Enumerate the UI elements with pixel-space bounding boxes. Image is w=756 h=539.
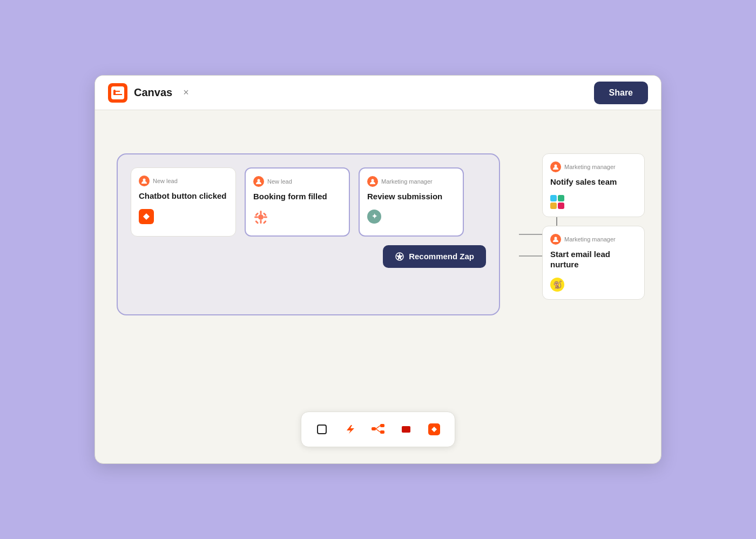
card-title-3: Review submission — [367, 191, 455, 202]
share-button[interactable]: Share — [594, 82, 648, 104]
titlebar-left: Canvas × — [108, 83, 193, 103]
right-cards: Marketing manager Notify sales team — [542, 153, 645, 300]
group-container: New lead Chatbot button clicked — [117, 153, 500, 315]
svg-rect-13 — [263, 212, 267, 216]
right-card-role-2: Marketing manager — [564, 236, 616, 242]
right-card-header-2: Marketing manager — [550, 234, 637, 245]
recommend-zap-label: Recommend Zap — [409, 252, 474, 261]
right-avatar-2 — [550, 234, 561, 245]
svg-rect-24 — [402, 426, 410, 433]
slack-card-icon — [550, 195, 637, 209]
rect-icon — [400, 423, 412, 435]
right-card-header-1: Marketing manager — [550, 161, 637, 172]
svg-rect-11 — [264, 216, 267, 218]
canvas-area: New lead Chatbot button clicked — [95, 110, 661, 463]
right-card-role-1: Marketing manager — [564, 164, 616, 170]
titlebar: Canvas × Share — [95, 76, 661, 110]
zapier-icon — [428, 423, 440, 435]
card-chatbot[interactable]: New lead Chatbot button clicked — [131, 167, 236, 237]
chatgpt-card-icon: ✦ — [367, 210, 455, 224]
svg-rect-22 — [380, 424, 384, 427]
svg-point-6 — [258, 179, 260, 182]
svg-rect-14 — [255, 220, 259, 224]
card-header-2: New lead — [253, 176, 341, 187]
cards-row: New lead Chatbot button clicked — [131, 167, 486, 237]
bottom-toolbar — [301, 412, 455, 447]
svg-rect-23 — [380, 430, 384, 434]
card-title-1: Chatbot button clicked — [139, 191, 228, 201]
zapier-tool-button[interactable] — [422, 417, 446, 441]
recommend-zap-button[interactable]: Recommend Zap — [383, 245, 486, 268]
svg-rect-10 — [254, 216, 258, 218]
svg-rect-2 — [113, 90, 116, 95]
flow-icon — [371, 423, 385, 435]
right-card-notify[interactable]: Marketing manager Notify sales team — [542, 153, 645, 217]
shape-tool-button[interactable] — [310, 417, 334, 441]
mailchimp-card-icon: 🐒 — [550, 278, 637, 292]
card-header-3: Marketing manager — [367, 176, 455, 187]
recommend-icon — [395, 252, 404, 261]
close-button[interactable]: × — [179, 85, 193, 100]
right-card-email[interactable]: Marketing manager Start email lead nurtu… — [542, 226, 645, 300]
right-avatar-1 — [550, 161, 561, 172]
card-booking[interactable]: New lead Booking form filled — [245, 167, 350, 237]
card-header-1: New lead — [139, 176, 228, 186]
hubspot-card-icon — [253, 210, 341, 228]
svg-point-18 — [555, 165, 557, 167]
zapier-card-icon — [139, 209, 228, 227]
zap-tool-button[interactable] — [338, 417, 362, 441]
svg-point-4 — [143, 179, 146, 181]
svg-rect-20 — [318, 425, 326, 434]
main-window: Canvas × Share — [94, 75, 662, 464]
card-role-3: Marketing manager — [381, 178, 433, 185]
flow-tool-button[interactable] — [366, 417, 390, 441]
svg-point-19 — [555, 237, 557, 239]
card-role-2: New lead — [267, 178, 292, 185]
rect-tool-button[interactable] — [394, 417, 418, 441]
svg-rect-15 — [263, 220, 267, 224]
card-role-1: New lead — [153, 178, 178, 184]
avatar-1 — [139, 176, 150, 186]
svg-point-16 — [372, 179, 374, 182]
svg-rect-1 — [111, 86, 124, 99]
svg-rect-8 — [260, 211, 262, 214]
card-title-2: Booking form filled — [253, 191, 341, 202]
zap-icon — [344, 423, 356, 435]
right-card-title-1: Notify sales team — [550, 177, 637, 187]
app-title: Canvas — [134, 86, 172, 99]
svg-rect-21 — [372, 427, 376, 430]
right-card-title-2: Start email lead nurture — [550, 249, 637, 270]
svg-rect-9 — [260, 220, 262, 224]
card-review[interactable]: Marketing manager Review submission ✦ — [359, 167, 464, 237]
shape-icon — [316, 423, 328, 435]
avatar-2 — [253, 176, 264, 187]
app-logo — [108, 83, 127, 103]
avatar-3 — [367, 176, 378, 187]
svg-point-7 — [258, 214, 264, 220]
svg-rect-12 — [255, 212, 259, 216]
